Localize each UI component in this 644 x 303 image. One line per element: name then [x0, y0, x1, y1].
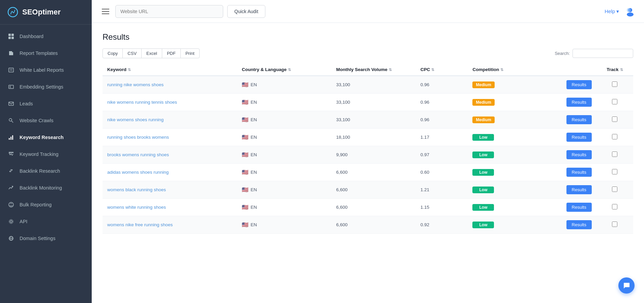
export-excel-button[interactable]: Excel — [141, 48, 162, 58]
cpc-cell: 0.92 — [416, 216, 468, 234]
header-right: Help ▾ — [605, 6, 636, 17]
track-checkbox[interactable] — [612, 99, 617, 104]
svg-point-20 — [10, 221, 12, 223]
cpc-cell: 0.60 — [416, 164, 468, 181]
data-table: Keyword⇅Country & Language⇅Monthly Searc… — [103, 64, 633, 234]
table-row: nike womens running tennis shoes🇺🇸EN33,1… — [103, 94, 633, 111]
sidebar-item-leads[interactable]: Leads — [0, 95, 92, 112]
sidebar-item-keyword-tracking[interactable]: Keyword Tracking — [0, 146, 92, 163]
table-body: running nike womens shoes🇺🇸EN33,1000.96M… — [103, 76, 633, 234]
results-title: Results — [103, 32, 633, 42]
keyword-cell: womens black running shoes — [103, 181, 237, 199]
sidebar-item-domain-settings[interactable]: Domain Settings — [0, 230, 92, 247]
api-icon — [7, 218, 15, 225]
track-checkbox[interactable] — [612, 169, 617, 174]
svg-line-15 — [11, 121, 13, 123]
bulk-reporting-icon — [7, 201, 15, 208]
chat-bubble-button[interactable] — [618, 277, 635, 294]
track-checkbox[interactable] — [612, 187, 617, 192]
track-checkbox[interactable] — [612, 134, 617, 139]
sidebar-item-backlink-research[interactable]: Backlink Research — [0, 163, 92, 179]
volume-cell: 33,100 — [331, 94, 416, 111]
keyword-link[interactable]: brooks womens running shoes — [107, 152, 169, 157]
competition-cell: Medium — [468, 94, 561, 111]
sidebar-item-website-crawls[interactable]: Website Crawls — [0, 112, 92, 129]
track-cell — [596, 199, 633, 216]
keyword-link[interactable]: running nike womens shoes — [107, 82, 164, 87]
keyword-link[interactable]: adidas womens shoes running — [107, 170, 169, 175]
export-copy-button[interactable]: Copy — [103, 48, 123, 58]
table-row: adidas womens shoes running🇺🇸EN6,6000.60… — [103, 164, 633, 181]
sidebar-item-backlink-monitoring[interactable]: Backlink Monitoring — [0, 179, 92, 196]
keyword-link[interactable]: womens white running shoes — [107, 205, 166, 210]
keyword-link[interactable]: running shoes brooks womens — [107, 135, 169, 140]
keyword-link[interactable]: nike womens running tennis shoes — [107, 100, 177, 105]
track-cell — [596, 111, 633, 129]
sort-icon: ⇅ — [620, 68, 623, 72]
column-header-volume[interactable]: Monthly Search Volume⇅ — [331, 64, 416, 76]
column-header-competition[interactable]: Competition⇅ — [468, 64, 561, 76]
results-button[interactable]: Results — [566, 203, 592, 212]
track-checkbox[interactable] — [612, 116, 617, 122]
column-header-keyword[interactable]: Keyword⇅ — [103, 64, 237, 76]
sidebar-item-bulk-reporting[interactable]: Bulk Reporting — [0, 196, 92, 213]
track-checkbox[interactable] — [612, 204, 617, 209]
sidebar-item-label: Backlink Monitoring — [20, 185, 62, 191]
column-header-results[interactable] — [562, 64, 596, 76]
competition-badge: Low — [472, 134, 494, 141]
language-code: EN — [251, 117, 257, 122]
sidebar-item-api[interactable]: API — [0, 213, 92, 230]
keyword-link[interactable]: womens nike free running shoes — [107, 222, 173, 227]
keyword-cell: womens nike free running shoes — [103, 216, 237, 234]
sidebar: SEOptimer Dashboard Report Templates Whi… — [0, 0, 92, 303]
export-pdf-button[interactable]: PDF — [162, 48, 181, 58]
sidebar-item-embedding-settings[interactable]: Embedding Settings — [0, 78, 92, 95]
results-button[interactable]: Results — [566, 80, 592, 89]
column-header-country[interactable]: Country & Language⇅ — [237, 64, 331, 76]
embedding-settings-icon — [7, 83, 15, 91]
results-button[interactable]: Results — [566, 115, 592, 124]
logo-icon — [7, 6, 19, 18]
results-button[interactable]: Results — [566, 185, 592, 194]
track-checkbox[interactable] — [612, 152, 617, 157]
sort-icon: ⇅ — [128, 68, 131, 72]
sidebar-item-label: Leads — [20, 101, 33, 106]
results-button[interactable]: Results — [566, 168, 592, 177]
sidebar-item-dashboard[interactable]: Dashboard — [0, 28, 92, 45]
svg-rect-18 — [12, 135, 13, 140]
svg-rect-10 — [9, 85, 13, 89]
competition-badge: Medium — [472, 116, 494, 123]
results-button[interactable]: Results — [566, 133, 592, 142]
keyword-cell: adidas womens shoes running — [103, 164, 237, 181]
table-row: brooks womens running shoes🇺🇸EN9,9000.97… — [103, 146, 633, 164]
keyword-tracking-icon — [7, 150, 15, 158]
track-checkbox[interactable] — [612, 81, 617, 87]
column-header-track[interactable]: Track⇅ — [596, 64, 633, 76]
user-avatar-button[interactable] — [624, 6, 636, 17]
export-print-button[interactable]: Print — [180, 48, 200, 58]
quick-audit-button[interactable]: Quick Audit — [227, 5, 265, 18]
export-csv-button[interactable]: CSV — [122, 48, 142, 58]
url-input[interactable] — [115, 5, 223, 18]
dashboard-icon — [7, 33, 15, 40]
hamburger-button[interactable] — [100, 7, 111, 16]
search-label: Search: — [555, 51, 570, 56]
svg-rect-1 — [8, 34, 11, 36]
track-checkbox[interactable] — [612, 222, 617, 227]
results-button[interactable]: Results — [566, 98, 592, 107]
results-button[interactable]: Results — [566, 150, 592, 159]
column-header-cpc[interactable]: CPC⇅ — [416, 64, 468, 76]
sidebar-item-report-templates[interactable]: Report Templates — [0, 45, 92, 62]
language-code: EN — [251, 187, 257, 192]
help-button[interactable]: Help ▾ — [605, 8, 619, 14]
cpc-cell: 0.96 — [416, 76, 468, 94]
results-button[interactable]: Results — [566, 220, 592, 229]
search-input[interactable] — [573, 49, 633, 58]
keyword-link[interactable]: nike womens shoes running — [107, 117, 164, 122]
sidebar-item-label: White Label Reports — [20, 67, 64, 73]
sidebar-item-keyword-research[interactable]: Keyword Research — [0, 129, 92, 146]
sidebar-item-white-label-reports[interactable]: White Label Reports — [0, 62, 92, 78]
keyword-link[interactable]: womens black running shoes — [107, 187, 166, 192]
competition-cell: Medium — [468, 111, 561, 129]
sidebar-item-label: Keyword Tracking — [20, 152, 58, 157]
